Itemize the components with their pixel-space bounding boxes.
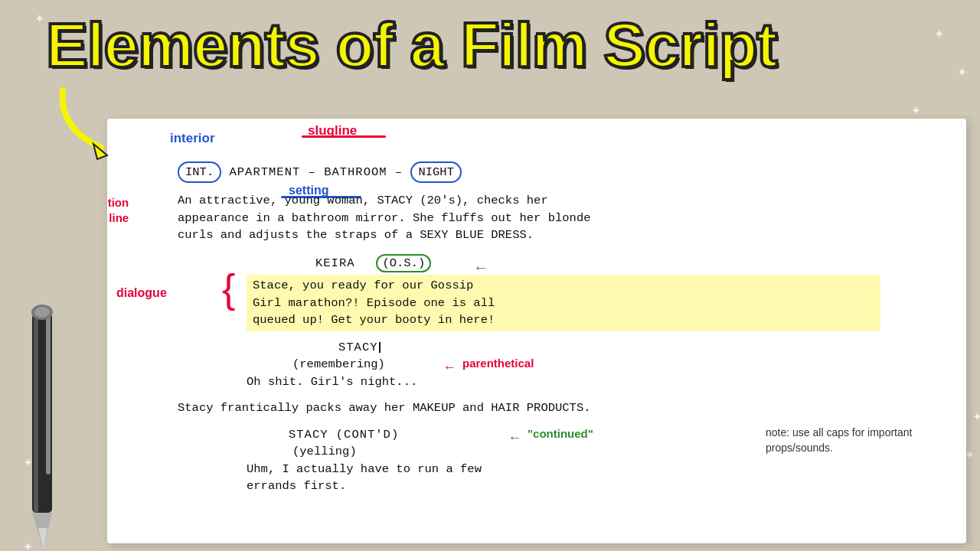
svg-rect-3 (46, 306, 51, 474)
int-circled: INT. (178, 161, 221, 183)
star: ✦ (34, 8, 44, 28)
stacy-character-row: STACY (338, 339, 942, 356)
night-circled: NIGHT (410, 161, 462, 183)
stacy-dialogue2: Uhm, I actually have to run a few errand… (247, 461, 942, 495)
svg-rect-2 (34, 314, 38, 513)
arrow-icon (47, 83, 132, 167)
paren-row: (remembering) ← parenthetical (292, 356, 942, 373)
label-continued: "continued" (528, 425, 593, 442)
label-dialogue: dialogue (116, 284, 167, 302)
star: ✦ (934, 23, 944, 44)
pen-image (0, 291, 88, 551)
label-interior: interior (170, 129, 215, 148)
action-text: An attractive, young woman, STACY (20's)… (178, 192, 942, 243)
label-action-line: actionline (107, 195, 129, 225)
script-paper: interior slugline time INT. APARTMENT – … (107, 119, 966, 543)
star: ✦ (957, 61, 967, 82)
slugline-underline (302, 135, 386, 138)
keira-dialogue-text: Stace, you ready for our Gossip Girl mar… (247, 275, 880, 331)
star: ✦ (911, 99, 921, 120)
contd-arrow: ← (511, 428, 519, 448)
keira-dialogue-container: dialogue { Stace, you ready for our Goss… (132, 275, 942, 331)
slugline-row: interior slugline time INT. APARTMENT – … (178, 161, 942, 183)
stacy-contd-name: STACY (CONT'D) (289, 428, 399, 442)
slugline-middle: APARTMENT – BATHROOM – (221, 164, 410, 181)
action2-text: Stacy frantically packs away her MAKEUP … (178, 399, 942, 416)
os-indicator: (O.S.) (376, 254, 431, 272)
contd-row: STACY (CONT'D) ← "continued" (289, 426, 942, 443)
paren-remembering: (remembering) (292, 357, 385, 371)
page-title: Elements of a Film Script (46, 14, 777, 77)
action-block: actionline An attractive, young woman, S… (178, 192, 942, 243)
script-content: interior slugline time INT. APARTMENT – … (132, 161, 942, 495)
stacy-dialogue1: Oh shit. Girl's night... (247, 373, 942, 390)
keira-name: KEIRA (315, 256, 355, 270)
stacy-name: STACY (338, 341, 378, 354)
dialogue-brace: { (222, 269, 235, 308)
svg-point-5 (34, 307, 50, 318)
paren-arrow: ← (446, 357, 454, 377)
keira-character-row: KEIRA (O.S.) ← "off-screen" (315, 255, 942, 272)
star: ✦ (972, 406, 980, 426)
label-parenthetical: parenthetical (462, 355, 534, 372)
